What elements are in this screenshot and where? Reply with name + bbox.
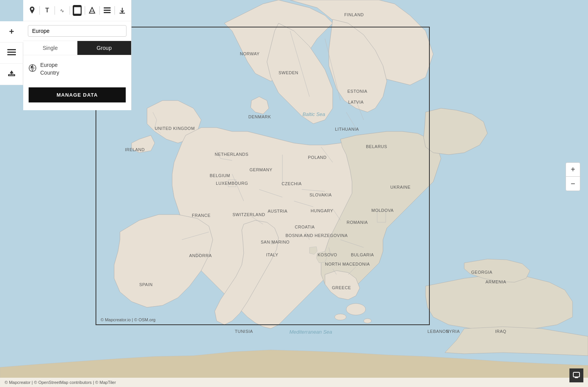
side-panel: T ∿ Single Group <box>23 0 132 110</box>
left-toolbar: + <box>0 21 23 85</box>
add-layer-button[interactable]: + <box>0 21 23 43</box>
dataset-label: Europe Country <box>40 61 59 77</box>
svg-rect-25 <box>377 211 386 222</box>
clip-tool-btn[interactable] <box>88 5 96 16</box>
search-row <box>23 21 131 41</box>
separator-1 <box>39 6 40 15</box>
tab-single[interactable]: Single <box>23 41 77 55</box>
tab-group[interactable]: Group <box>77 41 132 55</box>
export-button[interactable] <box>0 64 23 85</box>
search-input[interactable] <box>28 25 126 37</box>
separator-2 <box>55 6 55 15</box>
download-tool-btn[interactable] <box>118 5 126 16</box>
svg-rect-41 <box>104 10 111 11</box>
menu-button[interactable] <box>0 43 23 64</box>
svg-marker-38 <box>89 7 95 13</box>
dataset-label-line1: Europe <box>40 61 59 69</box>
map-copyright: © Mapcreator.io | © OSM.org <box>101 317 156 322</box>
icon-toolbar: T ∿ <box>23 0 131 21</box>
map-feedback-button[interactable] <box>569 368 583 382</box>
separator-4 <box>85 6 85 15</box>
svg-point-48 <box>31 66 33 68</box>
svg-rect-40 <box>104 7 111 9</box>
export-icon <box>8 70 15 79</box>
dataset-label-line2: Country <box>40 69 59 77</box>
tab-row: Single Group <box>23 41 131 55</box>
svg-rect-42 <box>104 12 111 13</box>
svg-rect-27 <box>196 253 200 256</box>
dataset-icon <box>29 64 36 74</box>
layers-tool-btn[interactable] <box>103 5 111 16</box>
svg-point-35 <box>31 8 33 10</box>
chart-tool-btn[interactable]: ∿ <box>58 5 67 16</box>
bottom-attribution: © Mapcreator | © OpenStreetMap contribut… <box>0 378 588 387</box>
menu-icon <box>7 49 16 57</box>
area-tool-btn[interactable] <box>73 5 81 16</box>
plus-icon: + <box>9 27 14 37</box>
manage-btn-row: MANAGE DATA <box>23 83 131 110</box>
zoom-out-button[interactable]: − <box>566 177 580 191</box>
svg-rect-29 <box>7 49 16 50</box>
svg-point-2 <box>335 314 346 320</box>
text-tool-btn[interactable]: T <box>43 5 51 16</box>
separator-5 <box>99 6 100 15</box>
svg-point-1 <box>346 303 366 315</box>
svg-rect-26 <box>271 241 274 244</box>
pin-tool-btn[interactable] <box>28 5 36 16</box>
zoom-controls: + − <box>566 162 580 191</box>
zoom-in-button[interactable]: + <box>566 163 580 177</box>
svg-rect-31 <box>7 54 16 55</box>
svg-point-3 <box>364 319 371 323</box>
svg-rect-49 <box>573 372 579 377</box>
separator-3 <box>70 6 70 15</box>
manage-data-button[interactable]: MANAGE DATA <box>29 87 126 102</box>
separator-6 <box>115 6 115 15</box>
svg-rect-30 <box>7 51 16 53</box>
dataset-item[interactable]: Europe Country <box>23 55 131 83</box>
